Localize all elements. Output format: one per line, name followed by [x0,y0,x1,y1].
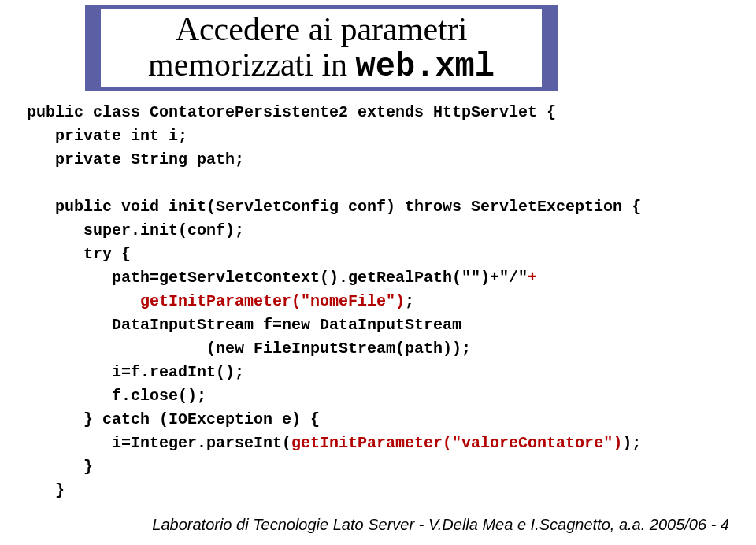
slide-title-band: Accedere ai parametri memorizzati in web… [85,5,558,91]
code-l9c: ; [405,292,414,310]
code-l17: } [27,481,65,499]
slide-title-box: Accedere ai parametri memorizzati in web… [101,9,542,87]
code-l15b: getInitParameter("valoreContatore") [291,434,622,452]
code-l7: try { [27,245,131,263]
code-l13: f.close(); [27,387,206,405]
code-l16: } [27,458,93,476]
slide-title-line2-text: memorizzati in [148,46,356,83]
code-l1: public class ContatorePersistente2 exten… [27,103,556,121]
code-l5: public void init(ServletConfig conf) thr… [27,198,641,216]
code-l10: DataInputStream f=new DataInputStream [27,316,461,334]
code-l8a: path=getServletContext().getRealPath("")… [27,269,528,287]
code-l2: private int i; [27,127,187,145]
code-l3: private String path; [27,150,244,169]
code-l14: } catch (IOException e) { [27,410,320,428]
code-l12: i=f.readInt(); [27,363,244,381]
code-l9a [27,292,140,310]
slide-title-mono: web.xml [356,48,495,86]
code-l15c: ); [622,434,641,452]
code-l6: super.init(conf); [27,221,244,239]
code-l8b: + [528,269,537,287]
slide-footer: Laboratorio di Tecnologie Lato Server - … [152,516,729,534]
slide-title-line2: memorizzati in web.xml [148,47,495,84]
code-l11: (new FileInputStream(path)); [27,339,471,358]
code-block: public class ContatorePersistente2 exten… [27,101,641,502]
code-l15a: i=Integer.parseInt( [27,434,291,452]
code-l9b: getInitParameter("nomeFile") [140,292,405,310]
slide-title-line1: Accedere ai parametri [176,12,468,46]
